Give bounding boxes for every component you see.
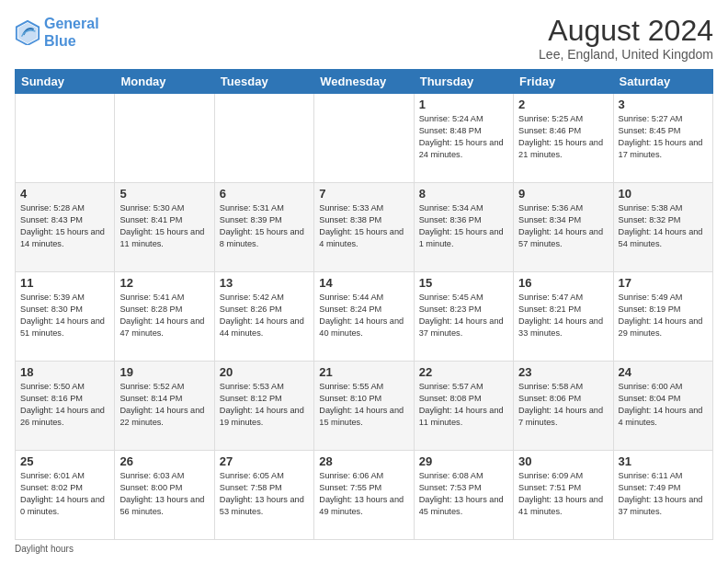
day-info: Sunrise: 5:44 AM Sunset: 8:24 PM Dayligh… — [319, 292, 408, 339]
day-number: 20 — [220, 365, 309, 379]
day-info: Sunrise: 6:00 AM Sunset: 8:04 PM Dayligh… — [619, 381, 708, 429]
day-info: Sunrise: 5:50 AM Sunset: 8:16 PM Dayligh… — [20, 381, 109, 429]
cell-2-2: 13Sunrise: 5:42 AM Sunset: 8:26 PM Dayli… — [214, 272, 313, 362]
day-number: 25 — [20, 454, 109, 468]
day-number: 28 — [319, 454, 408, 468]
day-info: Sunrise: 5:30 AM Sunset: 8:41 PM Dayligh… — [119, 202, 209, 250]
day-info: Sunrise: 6:05 AM Sunset: 7:58 PM Dayligh… — [220, 470, 309, 518]
day-number: 1 — [419, 98, 508, 111]
cell-3-0: 18Sunrise: 5:50 AM Sunset: 8:16 PM Dayli… — [16, 362, 115, 451]
day-number: 23 — [518, 365, 608, 379]
calendar-table: Sunday Monday Tuesday Wednesday Thursday… — [15, 69, 713, 540]
cell-1-1: 5Sunrise: 5:30 AM Sunset: 8:41 PM Daylig… — [115, 183, 214, 272]
day-number: 12 — [119, 276, 209, 290]
cell-2-4: 15Sunrise: 5:45 AM Sunset: 8:23 PM Dayli… — [414, 272, 513, 362]
page: General Blue August 2024 Lee, England, U… — [0, 0, 728, 563]
col-tuesday: Tuesday — [214, 70, 313, 94]
col-friday: Friday — [514, 70, 613, 94]
day-number: 14 — [319, 276, 408, 290]
week-row-3: 18Sunrise: 5:50 AM Sunset: 8:16 PM Dayli… — [16, 362, 713, 451]
subtitle: Lee, England, United Kingdom — [539, 47, 713, 62]
day-info: Sunrise: 5:52 AM Sunset: 8:14 PM Dayligh… — [119, 381, 209, 429]
logo-icon — [15, 19, 40, 45]
cell-2-1: 12Sunrise: 5:41 AM Sunset: 8:28 PM Dayli… — [115, 272, 214, 362]
cell-0-5: 2Sunrise: 5:25 AM Sunset: 8:46 PM Daylig… — [514, 94, 613, 183]
day-number: 30 — [518, 454, 608, 468]
cell-3-1: 19Sunrise: 5:52 AM Sunset: 8:14 PM Dayli… — [115, 362, 214, 451]
cell-1-2: 6Sunrise: 5:31 AM Sunset: 8:39 PM Daylig… — [214, 183, 313, 272]
week-row-2: 11Sunrise: 5:39 AM Sunset: 8:30 PM Dayli… — [16, 272, 713, 362]
logo-text: General Blue — [44, 15, 99, 50]
cell-4-0: 25Sunrise: 6:01 AM Sunset: 8:02 PM Dayli… — [16, 451, 115, 540]
header: General Blue August 2024 Lee, England, U… — [15, 15, 713, 62]
col-saturday: Saturday — [613, 70, 712, 94]
cell-3-6: 24Sunrise: 6:00 AM Sunset: 8:04 PM Dayli… — [613, 362, 712, 451]
cell-4-6: 31Sunrise: 6:11 AM Sunset: 7:49 PM Dayli… — [613, 451, 712, 540]
cell-1-4: 8Sunrise: 5:34 AM Sunset: 8:36 PM Daylig… — [414, 183, 513, 272]
svg-marker-0 — [18, 23, 38, 43]
cell-0-0 — [16, 94, 115, 183]
cell-4-2: 27Sunrise: 6:05 AM Sunset: 7:58 PM Dayli… — [214, 451, 313, 540]
day-number: 19 — [119, 365, 209, 379]
cell-0-6: 3Sunrise: 5:27 AM Sunset: 8:45 PM Daylig… — [613, 94, 712, 183]
day-info: Sunrise: 6:11 AM Sunset: 7:49 PM Dayligh… — [619, 470, 708, 518]
cell-3-5: 23Sunrise: 5:58 AM Sunset: 8:06 PM Dayli… — [514, 362, 613, 451]
day-number: 16 — [518, 276, 608, 290]
cell-2-3: 14Sunrise: 5:44 AM Sunset: 8:24 PM Dayli… — [314, 272, 414, 362]
day-info: Sunrise: 5:33 AM Sunset: 8:38 PM Dayligh… — [319, 202, 408, 250]
main-title: August 2024 — [539, 15, 713, 47]
day-info: Sunrise: 5:42 AM Sunset: 8:26 PM Dayligh… — [220, 292, 309, 339]
day-info: Sunrise: 6:09 AM Sunset: 7:51 PM Dayligh… — [518, 470, 608, 518]
day-number: 8 — [419, 187, 508, 201]
day-info: Sunrise: 5:31 AM Sunset: 8:39 PM Dayligh… — [220, 202, 309, 250]
day-info: Sunrise: 5:45 AM Sunset: 8:23 PM Dayligh… — [419, 292, 508, 339]
cell-1-5: 9Sunrise: 5:36 AM Sunset: 8:34 PM Daylig… — [514, 183, 613, 272]
day-info: Sunrise: 5:47 AM Sunset: 8:21 PM Dayligh… — [518, 292, 608, 339]
day-info: Sunrise: 5:49 AM Sunset: 8:19 PM Dayligh… — [619, 292, 708, 339]
day-number: 10 — [619, 187, 708, 201]
cell-4-1: 26Sunrise: 6:03 AM Sunset: 8:00 PM Dayli… — [115, 451, 214, 540]
day-number: 11 — [20, 276, 109, 290]
day-info: Sunrise: 6:08 AM Sunset: 7:53 PM Dayligh… — [419, 470, 508, 518]
day-info: Sunrise: 6:03 AM Sunset: 8:00 PM Dayligh… — [119, 470, 209, 518]
day-number: 7 — [319, 187, 408, 201]
cell-0-3 — [314, 94, 414, 183]
day-info: Sunrise: 5:25 AM Sunset: 8:46 PM Dayligh… — [518, 113, 608, 161]
cell-2-6: 17Sunrise: 5:49 AM Sunset: 8:19 PM Dayli… — [613, 272, 712, 362]
day-info: Sunrise: 5:27 AM Sunset: 8:45 PM Dayligh… — [619, 113, 708, 161]
cell-0-1 — [115, 94, 214, 183]
day-info: Sunrise: 5:36 AM Sunset: 8:34 PM Dayligh… — [518, 202, 608, 250]
day-info: Sunrise: 5:24 AM Sunset: 8:48 PM Dayligh… — [419, 113, 508, 161]
col-thursday: Thursday — [414, 70, 513, 94]
cell-4-5: 30Sunrise: 6:09 AM Sunset: 7:51 PM Dayli… — [514, 451, 613, 540]
day-number: 29 — [419, 454, 508, 468]
day-number: 21 — [319, 365, 408, 379]
day-info: Sunrise: 5:55 AM Sunset: 8:10 PM Dayligh… — [319, 381, 408, 429]
col-sunday: Sunday — [16, 70, 115, 94]
day-number: 22 — [419, 365, 508, 379]
logo-line2: Blue — [44, 33, 76, 49]
week-row-4: 25Sunrise: 6:01 AM Sunset: 8:02 PM Dayli… — [16, 451, 713, 540]
day-info: Sunrise: 5:58 AM Sunset: 8:06 PM Dayligh… — [518, 381, 608, 429]
day-number: 3 — [619, 98, 708, 111]
week-row-0: 1Sunrise: 5:24 AM Sunset: 8:48 PM Daylig… — [16, 94, 713, 183]
day-info: Sunrise: 6:01 AM Sunset: 8:02 PM Dayligh… — [20, 470, 109, 518]
day-number: 4 — [20, 187, 109, 201]
day-number: 9 — [518, 187, 608, 201]
day-info: Sunrise: 5:53 AM Sunset: 8:12 PM Dayligh… — [220, 381, 309, 429]
day-number: 13 — [220, 276, 309, 290]
day-number: 2 — [518, 98, 608, 111]
day-info: Sunrise: 5:38 AM Sunset: 8:32 PM Dayligh… — [619, 202, 708, 250]
day-info: Sunrise: 6:06 AM Sunset: 7:55 PM Dayligh… — [319, 470, 408, 518]
cell-1-6: 10Sunrise: 5:38 AM Sunset: 8:32 PM Dayli… — [613, 183, 712, 272]
day-number: 15 — [419, 276, 508, 290]
logo-line1: General — [44, 16, 99, 31]
cell-4-4: 29Sunrise: 6:08 AM Sunset: 7:53 PM Dayli… — [414, 451, 513, 540]
logo: General Blue — [15, 15, 99, 50]
cell-0-4: 1Sunrise: 5:24 AM Sunset: 8:48 PM Daylig… — [414, 94, 513, 183]
day-info: Sunrise: 5:57 AM Sunset: 8:08 PM Dayligh… — [419, 381, 508, 429]
day-info: Sunrise: 5:41 AM Sunset: 8:28 PM Dayligh… — [119, 292, 209, 339]
footer-note: Daylight hours — [15, 544, 74, 554]
cell-1-0: 4Sunrise: 5:28 AM Sunset: 8:43 PM Daylig… — [16, 183, 115, 272]
cell-0-2 — [214, 94, 313, 183]
